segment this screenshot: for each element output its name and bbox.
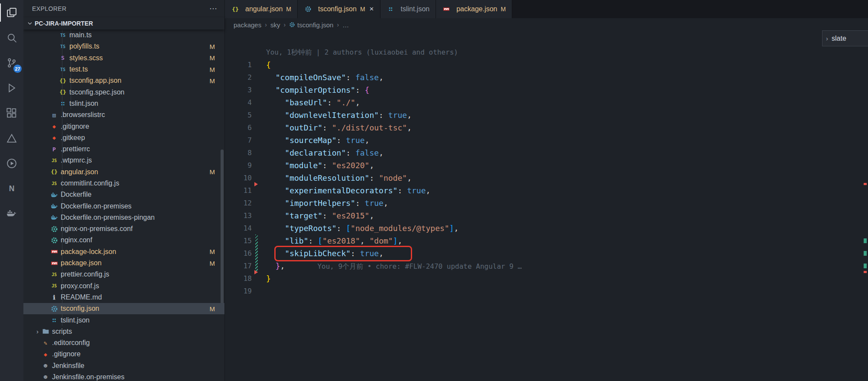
- project-section-header[interactable]: PC-JIRA-IMPORTER: [23, 17, 224, 29]
- tree-item-jenkinsfile-on-premises[interactable]: ☻Jenkinsfile.on-premises: [23, 371, 224, 381]
- breadcrumb-item[interactable]: sky: [270, 21, 280, 29]
- tree-item-nginx-conf[interactable]: nginx.conf: [23, 234, 224, 246]
- breadcrumb-item[interactable]: …: [342, 21, 349, 29]
- find-widget[interactable]: › slate: [822, 30, 868, 46]
- tree-item-tsconfig-spec-json[interactable]: {}tsconfig.spec.json: [23, 86, 224, 98]
- chevron-right-icon[interactable]: ›: [826, 35, 828, 42]
- file-label: proxy.conf.js: [61, 282, 99, 290]
- tree-item-proxy-conf-js[interactable]: JSproxy.conf.js: [23, 280, 224, 292]
- tree-item-tslint-json[interactable]: ∷tslint.json: [23, 98, 224, 109]
- line-number: 16: [225, 247, 252, 260]
- javascript-file-icon: JS: [50, 158, 59, 163]
- tree-item-commitlint-config-js[interactable]: JScommitlint.config.js: [23, 178, 224, 189]
- tree-item--gitignore[interactable]: ◆.gitignore: [23, 348, 224, 360]
- code-line[interactable]: 7 "sourceMap": true,: [225, 134, 868, 147]
- tab-angular-json[interactable]: {}angular.jsonM: [225, 0, 298, 18]
- code-line[interactable]: 11 "experimentalDecorators": true,: [225, 184, 868, 197]
- file-label: README.md: [61, 293, 102, 301]
- find-input[interactable]: slate: [832, 35, 846, 42]
- file-label: nginx.conf: [61, 236, 92, 244]
- file-label: angular.json: [61, 168, 98, 176]
- tab-tslint-json[interactable]: ∷tslint.json: [380, 0, 436, 18]
- tree-item--wtpmrc-js[interactable]: JS.wtpmrc.js: [23, 155, 224, 166]
- activity-docker-extension[interactable]: [0, 201, 23, 226]
- file-label: Jenkinsfile: [52, 362, 85, 370]
- activity-extensions[interactable]: [0, 101, 23, 126]
- tree-item-polyfills-ts[interactable]: TSpolyfills.tsM: [23, 41, 224, 52]
- tree-item-main-ts[interactable]: TSmain.ts: [23, 29, 224, 41]
- files-icon: [6, 7, 18, 19]
- code-line[interactable]: 6 "outDir": "./dist/out-tsc",: [225, 121, 868, 134]
- tree-item-nginx-on-premises-conf[interactable]: nginx-on-premises.conf: [23, 223, 224, 234]
- tree-item-test-ts[interactable]: TStest.tsM: [23, 64, 224, 75]
- readme-file-icon: ℹ: [50, 294, 59, 301]
- sidebar-header: EXPLORER ⋯: [23, 0, 224, 17]
- tree-item--gitkeep[interactable]: ◆.gitkeep: [23, 132, 224, 143]
- overview-ruler[interactable]: [863, 31, 868, 381]
- tree-item-dockerfile-on-premises-pingan[interactable]: Dockerfile.on-premises-pingan: [23, 212, 224, 223]
- tree-item-package-lock-json[interactable]: package-lock.jsonM: [23, 246, 224, 257]
- gutter-modified-indicator: [255, 234, 258, 272]
- code-line[interactable]: 18}: [225, 272, 868, 285]
- code-line[interactable]: 2 "compileOnSave": false,: [225, 71, 868, 84]
- code-line[interactable]: 1{: [225, 59, 868, 71]
- project-name: PC-JIRA-IMPORTER: [35, 20, 93, 27]
- tab-tsconfig-json[interactable]: tsconfig.jsonM×: [298, 0, 380, 18]
- breadcrumb-separator: ›: [283, 21, 286, 28]
- tree-item-readme-md[interactable]: ℹREADME.md: [23, 292, 224, 303]
- tree-item-package-json[interactable]: package.jsonM: [23, 257, 224, 269]
- code-line[interactable]: 17 },You, 9个月前 • chore: #FLW-2470 update…: [225, 260, 868, 272]
- tree-item--prettierrc[interactable]: P.prettierrc: [23, 143, 224, 155]
- code-line-text: "declaration": false,: [225, 147, 868, 159]
- editor[interactable]: You, 1秒钟前 | 2 authors (luxiaobei and oth…: [225, 31, 868, 381]
- code-line[interactable]: 5 "downlevelIteration": true,: [225, 109, 868, 121]
- tree-item-dockerfile[interactable]: Dockerfile: [23, 189, 224, 200]
- typescript-file-icon: TS: [59, 44, 67, 49]
- tree-item-dockerfile-on-premises[interactable]: Dockerfile.on-premises: [23, 200, 224, 212]
- tslint-file-icon: ∷: [387, 5, 395, 13]
- activity-triangle-extension[interactable]: [0, 126, 23, 151]
- tab-package-json[interactable]: package.jsonM: [436, 0, 512, 18]
- code-line[interactable]: 13 "target": "es2015",: [225, 209, 868, 222]
- line-number: 5: [225, 109, 252, 121]
- activity-play-circle-extension[interactable]: [0, 151, 23, 176]
- breadcrumb-item[interactable]: packages: [234, 21, 261, 29]
- svg-text:N: N: [9, 184, 15, 193]
- breadcrumb-item[interactable]: tsconfig.json: [289, 21, 333, 29]
- code-line[interactable]: 9 "module": "es2020",: [225, 159, 868, 172]
- tree-item-tslint-json[interactable]: ∷tslint.json: [23, 314, 224, 326]
- code-line[interactable]: 8 "declaration": false,: [225, 147, 868, 159]
- activity-explorer[interactable]: [0, 0, 23, 25]
- line-number: 1: [225, 59, 252, 71]
- activity-run-debug[interactable]: [0, 75, 23, 101]
- close-icon[interactable]: ×: [370, 5, 374, 13]
- git-blame-codelens[interactable]: You, 1秒钟前 | 2 authors (luxiaobei and oth…: [225, 46, 868, 59]
- breadcrumb-label: …: [342, 21, 349, 29]
- code-line[interactable]: 19: [225, 285, 868, 297]
- tree-item-scripts[interactable]: ›scripts: [23, 326, 224, 337]
- more-actions-icon[interactable]: ⋯: [209, 4, 218, 13]
- tree-item--editorconfig[interactable]: ✎.editorconfig: [23, 337, 224, 348]
- tree-item-tsconfig-json[interactable]: tsconfig.jsonM: [23, 303, 224, 314]
- code-line[interactable]: 4 "baseUrl": "./",: [225, 96, 868, 109]
- tree-item--gitignore[interactable]: ◆.gitignore: [23, 120, 224, 132]
- code-line[interactable]: 12 "importHelpers": true,: [225, 197, 868, 209]
- tree-item-angular-json[interactable]: {}angular.jsonM: [23, 166, 224, 178]
- tree-item-tsconfig-app-json[interactable]: {}tsconfig.app.jsonM: [23, 75, 224, 86]
- tree-item-jenkinsfile[interactable]: ☻Jenkinsfile: [23, 360, 224, 371]
- file-label: polyfills.ts: [69, 42, 99, 50]
- activity-nx-console[interactable]: N: [0, 176, 23, 201]
- tree-item--browserslistrc[interactable]: ▤.browserslistrc: [23, 109, 224, 120]
- tree-item-styles-scss[interactable]: Sstyles.scssM: [23, 52, 224, 64]
- activity-search[interactable]: [0, 25, 23, 50]
- tree-item-prettier-config-js[interactable]: JSprettier.config.js: [23, 269, 224, 280]
- code-line[interactable]: 15 "lib": ["es2018", "dom"],: [225, 234, 868, 247]
- code-line[interactable]: 3 "compilerOptions": {: [225, 84, 868, 96]
- code-line[interactable]: 16 "skipLibCheck": true,: [225, 247, 868, 260]
- jenkins-file-icon: ☻: [41, 374, 50, 381]
- file-label: commitlint.config.js: [61, 179, 119, 187]
- file-tree: TSmain.tsTSpolyfills.tsMSstyles.scssMTSt…: [23, 29, 224, 381]
- activity-source-control[interactable]: 27: [0, 50, 23, 75]
- code-line[interactable]: 10 "moduleResolution": "node",: [225, 172, 868, 184]
- code-line[interactable]: 14 "typeRoots": ["node_modules/@types"],: [225, 222, 868, 234]
